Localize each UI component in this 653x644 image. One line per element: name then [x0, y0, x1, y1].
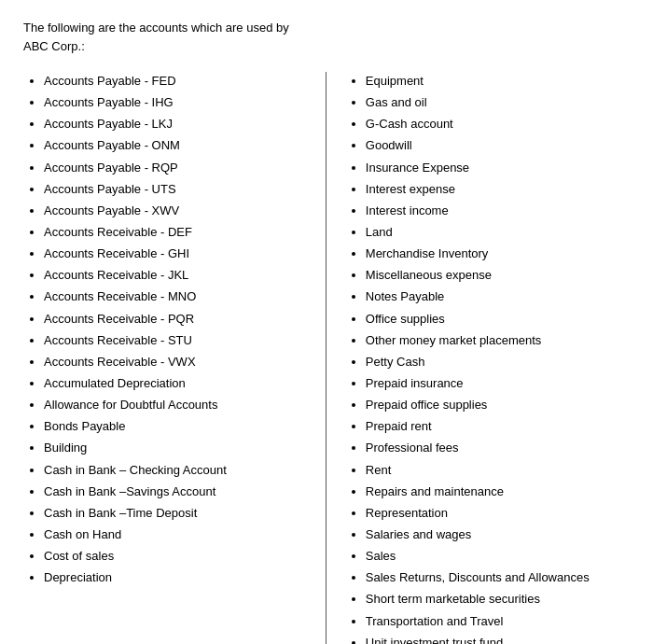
list-item: Accounts Payable - UTS	[44, 180, 316, 199]
right-column: EquipmentGas and oilG-Cash accountGoodwi…	[326, 72, 630, 644]
list-item: Professional fees	[366, 439, 630, 457]
list-item: Equipment	[366, 72, 630, 91]
list-item: Interest income	[366, 202, 630, 220]
list-item: Rent	[366, 461, 630, 480]
list-item: Goodwill	[366, 136, 630, 155]
list-item: Prepaid office supplies	[366, 396, 630, 414]
list-item: Miscellaneous expense	[366, 266, 630, 285]
left-column: Accounts Payable - FEDAccounts Payable -…	[23, 72, 326, 644]
list-item: Other money market placements	[366, 331, 630, 350]
list-item: Depreciation	[44, 568, 316, 587]
list-item: Cost of sales	[44, 547, 316, 566]
list-item: Accumulated Depreciation	[44, 374, 316, 393]
list-item: Accounts Receivable - DEF	[44, 223, 316, 242]
list-item: Merchandise Inventory	[366, 245, 630, 263]
list-item: Notes Payable	[366, 287, 630, 306]
list-item: Cash in Bank –Savings Account	[44, 483, 316, 501]
list-item: Sales Returns, Discounts and Allowances	[366, 568, 630, 587]
list-item: Land	[366, 223, 630, 242]
intro-text: The following are the accounts which are…	[23, 19, 322, 55]
list-item: Accounts Payable - XWV	[44, 202, 316, 220]
left-list: Accounts Payable - FEDAccounts Payable -…	[23, 72, 316, 587]
list-item: Bonds Payable	[44, 417, 316, 436]
list-item: Accounts Payable - LKJ	[44, 115, 316, 133]
list-item: Allowance for Doubtful Accounts	[44, 396, 316, 414]
list-item: Repairs and maintenance	[366, 483, 630, 501]
list-item: Accounts Receivable - JKL	[44, 266, 316, 285]
list-item: Insurance Expense	[366, 159, 630, 177]
list-item: Accounts Payable - FED	[44, 72, 316, 91]
list-item: Accounts Payable - ONM	[44, 136, 316, 155]
list-item: Salaries and wages	[366, 525, 630, 544]
list-item: Short term marketable securities	[366, 590, 630, 609]
list-item: Accounts Receivable - GHI	[44, 245, 316, 263]
list-item: Accounts Receivable - VWX	[44, 353, 316, 371]
list-item: Office supplies	[366, 310, 630, 329]
list-item: Accounts Receivable - MNO	[44, 287, 316, 306]
list-item: G-Cash account	[366, 115, 630, 133]
list-item: Cash on Hand	[44, 525, 316, 544]
right-list: EquipmentGas and oilG-Cash accountGoodwi…	[345, 72, 630, 644]
list-item: Accounts Payable - RQP	[44, 159, 316, 177]
list-item: Gas and oil	[366, 93, 630, 112]
list-item: Accounts Payable - IHG	[44, 93, 316, 112]
list-item: Cash in Bank –Time Deposit	[44, 504, 316, 523]
list-item: Accounts Receivable - STU	[44, 331, 316, 350]
list-item: Unit investment trust fund	[366, 634, 630, 644]
list-item: Representation	[366, 504, 630, 523]
list-item: Petty Cash	[366, 353, 630, 371]
list-item: Cash in Bank – Checking Account	[44, 461, 316, 480]
list-item: Building	[44, 439, 316, 457]
list-item: Transportation and Travel	[366, 612, 630, 631]
columns-wrapper: Accounts Payable - FEDAccounts Payable -…	[23, 72, 630, 644]
list-item: Sales	[366, 547, 630, 566]
list-item: Prepaid insurance	[366, 374, 630, 393]
list-item: Interest expense	[366, 180, 630, 199]
list-item: Prepaid rent	[366, 417, 630, 436]
list-item: Accounts Receivable - PQR	[44, 310, 316, 329]
